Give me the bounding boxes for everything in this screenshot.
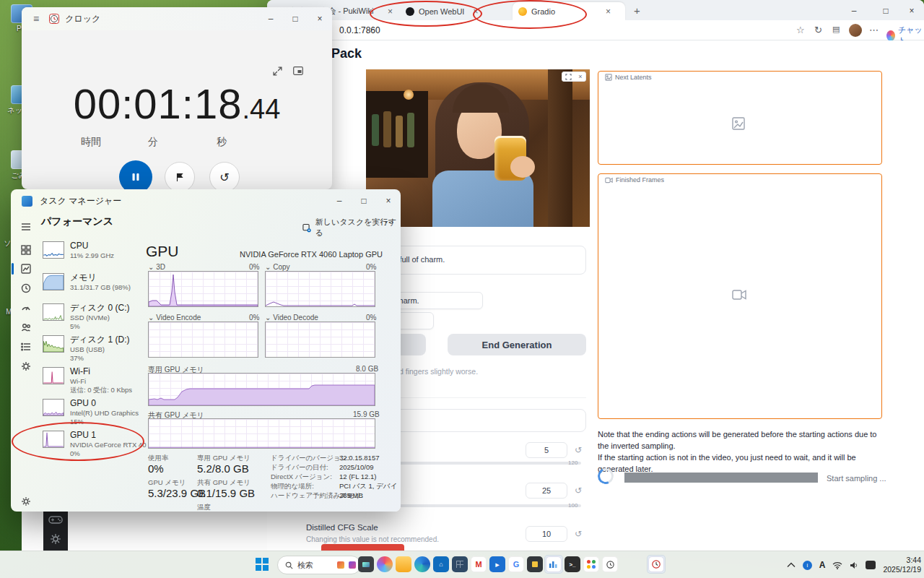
gpu-copy-value: 0%	[366, 263, 376, 271]
onedrive-status-icon[interactable]: i	[803, 561, 812, 570]
new-tab-button[interactable]: +	[634, 5, 640, 16]
taskbar: 検索 ⌂ M ▸ G >_ i A 3:44 2025/12/19	[0, 551, 924, 578]
image-placeholder-icon	[732, 117, 745, 130]
favorites-star-icon[interactable]: ☆	[796, 25, 805, 35]
search-highlight-icon	[349, 561, 356, 569]
image-icon	[605, 74, 612, 81]
lap-flag-button[interactable]	[165, 162, 195, 192]
pause-icon	[131, 172, 141, 182]
clock-maximize-button[interactable]: □	[283, 8, 308, 30]
seconds-label: 秒	[217, 136, 227, 149]
tm-startup-icon[interactable]	[20, 302, 32, 314]
gpu-vdec-chart	[265, 322, 375, 358]
expand-icon[interactable]	[273, 66, 282, 76]
volume-icon[interactable]	[850, 561, 858, 569]
stopwatch-display: 00:01:18.44	[22, 79, 332, 128]
fullscreen-icon[interactable]	[565, 74, 572, 80]
tm-settings-icon[interactable]	[20, 496, 32, 507]
bottom-red-button[interactable]	[321, 544, 404, 551]
sidebar-item-gpu0[interactable]: GPU 0Intel(R) UHD Graphics15%	[43, 399, 151, 426]
tm-users-icon[interactable]	[20, 322, 32, 333]
temperature-key: 温度	[197, 503, 211, 512]
taskbar-photos-app[interactable]	[357, 555, 375, 574]
clock-titlebar: ≡ クロック – □ ×	[22, 7, 332, 30]
end-generation-button[interactable]: End Generation	[448, 334, 586, 355]
video-length-reset-button[interactable]: ↺	[572, 444, 585, 457]
tm-processes-icon[interactable]	[20, 244, 32, 256]
start-button[interactable]	[253, 555, 271, 574]
tm-details-icon[interactable]	[20, 341, 32, 353]
ime-indicator[interactable]: A	[819, 560, 826, 570]
task-manager-titlebar: タスク マネージャー – □ ×	[11, 189, 401, 212]
tm-more-button[interactable]: ⋯	[385, 217, 394, 228]
taskbar-clock[interactable]: 3:44 2025/12/19	[883, 556, 921, 574]
refresh-icon[interactable]: ↻	[814, 25, 822, 35]
cfg-reset-button[interactable]: ↺	[572, 527, 585, 540]
settings-gear-icon[interactable]	[50, 533, 61, 545]
taskbar-palette-app[interactable]	[582, 555, 601, 574]
sidebar-item-wifi[interactable]: Wi-FiWi-Fi送信: 0 受信: 0 Kbps	[43, 367, 151, 394]
clock-menu-icon[interactable]: ≡	[33, 14, 39, 24]
browser-minimize-button[interactable]: –	[842, 0, 866, 22]
finished-frames-panel: Finished Frames	[598, 173, 882, 419]
browser-more-icon[interactable]: ⋯	[869, 25, 879, 35]
steps-value-input[interactable]: 25	[526, 483, 567, 499]
tm-minimize-button[interactable]: –	[327, 190, 352, 212]
tab-close-icon[interactable]: ×	[606, 7, 611, 17]
disk0-mini-graph	[43, 303, 64, 321]
taskbar-calculator-app[interactable]	[450, 555, 469, 574]
taskbar-task-manager-app[interactable]	[544, 555, 563, 574]
tm-close-button[interactable]: ×	[376, 190, 401, 212]
tm-menu-icon[interactable]	[20, 221, 32, 233]
taskbar-notes-app[interactable]	[526, 555, 544, 574]
taskbar-store-app[interactable]: ⌂	[432, 555, 450, 574]
gamepad-icon[interactable]	[48, 514, 63, 525]
taskbar-edge-app[interactable]	[413, 555, 432, 574]
tm-maximize-button[interactable]: □	[352, 190, 376, 212]
sidebar-item-memory[interactable]: メモリ31.1/31.7 GB (98%)	[43, 273, 151, 292]
gpu-3d-chart	[148, 271, 258, 307]
taskbar-gmail-app[interactable]: M	[469, 555, 488, 574]
taskbar-explorer-app[interactable]	[394, 555, 413, 574]
pip-icon[interactable]	[293, 66, 303, 75]
stopwatch-fraction: .44	[242, 94, 280, 124]
taskbar-terminal-app[interactable]: >_	[563, 555, 582, 574]
profile-avatar[interactable]	[849, 24, 862, 37]
collections-icon[interactable]: ▤	[832, 25, 840, 34]
stopwatch-time: 00:01:18	[74, 80, 243, 127]
tm-history-icon[interactable]	[20, 282, 32, 294]
pen-touch-icon[interactable]	[866, 561, 876, 569]
tray-chevron-icon[interactable]	[787, 562, 796, 568]
sidebar-item-cpu[interactable]: CPU11% 2.99 GHz	[43, 241, 151, 260]
address-bar[interactable]: 0.0.1:7860	[339, 25, 380, 35]
steps-reset-button[interactable]: ↺	[572, 484, 585, 497]
progress-bar	[624, 473, 818, 483]
task-manager-window: タスク マネージャー – □ × パフォーマンス 新しいタスクを実行する ⋯	[11, 189, 401, 512]
browser-maximize-button[interactable]: □	[873, 0, 898, 22]
wifi-icon[interactable]	[832, 561, 842, 569]
taskbar-clock-app[interactable]	[647, 555, 666, 574]
driver-date-value: 2025/10/09	[339, 463, 374, 471]
tm-performance-icon[interactable]	[20, 263, 32, 275]
clear-image-icon[interactable]: ×	[578, 73, 582, 80]
browser-close-button[interactable]: ×	[899, 0, 924, 22]
video-icon	[605, 177, 613, 184]
shared-mem-value: 0.1/15.9 GB	[197, 487, 255, 499]
run-task-icon	[302, 223, 311, 233]
taskbar-google-app[interactable]: G	[507, 555, 526, 574]
cpu-mini-graph	[43, 241, 64, 259]
video-length-value-input[interactable]: 5	[526, 442, 567, 458]
tm-services-icon[interactable]	[20, 361, 32, 372]
sidebar-item-disk1[interactable]: ディスク 1 (D:)USB (USB)37%	[43, 335, 151, 363]
taskbar-alarms-app[interactable]	[601, 555, 619, 574]
clock-close-button[interactable]: ×	[308, 8, 332, 30]
sidebar-item-disk0[interactable]: ディスク 0 (C:)SSD (NVMe)5%	[43, 303, 151, 331]
taskbar-copilot-app[interactable]	[375, 555, 394, 574]
taskbar-outlook-app[interactable]: ▸	[488, 555, 507, 574]
clock-minimize-button[interactable]: –	[258, 8, 283, 30]
taskbar-search[interactable]: 検索	[277, 556, 361, 574]
shared-memory-max: 15.9 GB	[353, 410, 380, 418]
teacache-hint: d fingers slightly worse.	[399, 367, 478, 376]
cfg-value-input[interactable]: 10	[526, 526, 567, 542]
reset-button[interactable]: ↺	[209, 162, 240, 192]
